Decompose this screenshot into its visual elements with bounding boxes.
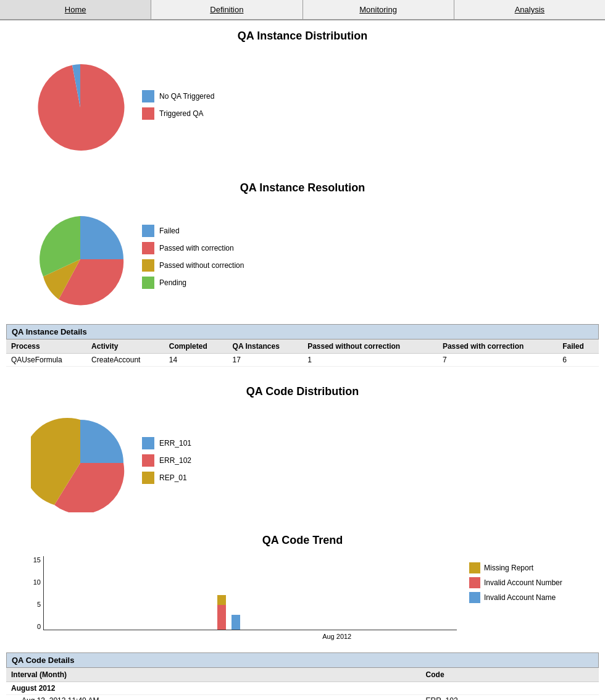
- main-nav: Home Definition Monitoring Analysis: [0, 0, 605, 20]
- y-label-10: 10: [25, 578, 41, 586]
- legend-invalid-account-name-label: Invalid Account Name: [484, 593, 556, 602]
- y-label-0: 0: [25, 623, 41, 630]
- col-passed-with: Passed with correction: [438, 340, 557, 354]
- legend-triggered-qa-color: [142, 107, 154, 120]
- legend-passed-with-color: [142, 242, 154, 254]
- col-process: Process: [6, 340, 86, 354]
- cell-qa-instances: 17: [228, 354, 303, 367]
- qa-code-details-section: QA Code Details Interval (Month) Code Au…: [6, 652, 599, 700]
- legend-triggered-qa-label: Triggered QA: [159, 109, 204, 118]
- qa-code-details-header: QA Code Details: [6, 652, 599, 668]
- legend-invalid-account-number-label: Invalid Account Number: [484, 578, 562, 587]
- cell-activity: CreateAccount: [86, 354, 164, 367]
- legend-failed-label: Failed: [159, 227, 180, 235]
- qa-code-distribution-pie: [31, 414, 130, 512]
- legend-no-qa-label: No QA Triggered: [159, 92, 214, 101]
- nav-analysis[interactable]: Analysis: [454, 0, 605, 19]
- table-row: Aug 13, 2012 11:40 AMERR_102: [6, 695, 599, 701]
- legend-err102-label: ERR_102: [159, 456, 191, 465]
- trend-chart-legend: Missing Report Invalid Account Number In…: [457, 556, 580, 607]
- col-activity: Activity: [86, 340, 164, 354]
- col-code: Code: [421, 668, 599, 682]
- qa-instance-resolution-section: QA Instance Resolution Failed Passed wit…: [0, 172, 605, 324]
- legend-err102-color: [142, 454, 154, 467]
- legend-missing-report-label: Missing Report: [484, 564, 533, 572]
- col-qa-instances: QA Instances: [228, 340, 303, 354]
- bar-group-aug-err101: [222, 615, 240, 630]
- trend-chart-area: Aug 2012: [43, 556, 457, 640]
- cell-passed-without: 1: [302, 354, 438, 367]
- y-label-15: 15: [25, 556, 41, 564]
- col-passed-without: Passed without correction: [302, 340, 438, 354]
- y-axis: 15 10 5 0: [25, 556, 43, 630]
- col-interval: Interval (Month): [6, 668, 421, 682]
- month-group-row: August 2012: [6, 682, 599, 695]
- qa-instance-distribution-pie: [31, 58, 130, 157]
- bar-rep01: [217, 595, 226, 605]
- legend-pending-color: [142, 277, 154, 289]
- qa-code-distribution-section: QA Code Distribution ERR_101 ERR_102: [0, 376, 605, 528]
- legend-rep01-color: [142, 472, 154, 484]
- legend-err101-label: ERR_101: [159, 439, 191, 448]
- qa-instance-details-table: Process Activity Completed QA Instances …: [6, 340, 599, 367]
- qa-instance-resolution-title: QA Instance Resolution: [12, 181, 593, 194]
- nav-home[interactable]: Home: [0, 0, 151, 19]
- bar-err101: [232, 615, 240, 630]
- legend-no-qa-color: [142, 90, 154, 102]
- qa-instance-distribution-legend: No QA Triggered Triggered QA: [142, 90, 214, 125]
- qa-code-trend-section: QA Code Trend 15 10 5 0: [0, 528, 605, 646]
- cell-date: Aug 13, 2012 11:40 AM: [6, 695, 421, 701]
- legend-pending-label: Pending: [159, 278, 186, 287]
- chart-body: [43, 556, 457, 630]
- cell-completed: 14: [164, 354, 228, 367]
- nav-monitoring[interactable]: Monitoring: [303, 0, 454, 19]
- legend-invalid-account-name-color: [469, 592, 480, 603]
- x-label-aug: Aug 2012: [217, 633, 457, 640]
- legend-err101-color: [142, 437, 154, 449]
- y-label-5: 5: [25, 601, 41, 608]
- table-row: QAUseFormula CreateAccount 14 17 1 7 6: [6, 354, 599, 367]
- qa-code-distribution-legend: ERR_101 ERR_102 REP_01: [142, 437, 191, 489]
- cell-failed: 6: [557, 354, 599, 367]
- qa-instance-resolution-pie: [31, 210, 130, 309]
- qa-instance-details-section: QA Instance Details Process Activity Com…: [6, 324, 599, 367]
- cell-process: QAUseFormula: [6, 354, 86, 367]
- month-group-label: August 2012: [6, 682, 599, 695]
- qa-instance-distribution-section: QA Instance Distribution No QA Triggered…: [0, 20, 605, 172]
- cell-code: ERR_102: [421, 695, 599, 701]
- qa-code-trend-title: QA Code Trend: [12, 534, 593, 547]
- qa-instance-resolution-legend: Failed Passed with correction Passed wit…: [142, 225, 244, 294]
- nav-definition[interactable]: Definition: [151, 0, 302, 19]
- qa-instance-distribution-title: QA Instance Distribution: [12, 30, 593, 43]
- legend-passed-with-label: Passed with correction: [159, 244, 234, 252]
- qa-instance-details-header: QA Instance Details: [6, 324, 599, 340]
- legend-failed-color: [142, 225, 154, 237]
- legend-passed-without-color: [142, 259, 154, 272]
- legend-invalid-account-number-color: [469, 577, 480, 588]
- legend-passed-without-label: Passed without correction: [159, 261, 244, 270]
- legend-missing-report-color: [469, 562, 480, 573]
- qa-code-distribution-title: QA Code Distribution: [12, 385, 593, 398]
- qa-code-details-table: Interval (Month) Code August 2012 Aug 13…: [6, 668, 599, 700]
- cell-passed-with: 7: [438, 354, 557, 367]
- legend-rep01-label: REP_01: [159, 473, 187, 482]
- col-failed: Failed: [557, 340, 599, 354]
- col-completed: Completed: [164, 340, 228, 354]
